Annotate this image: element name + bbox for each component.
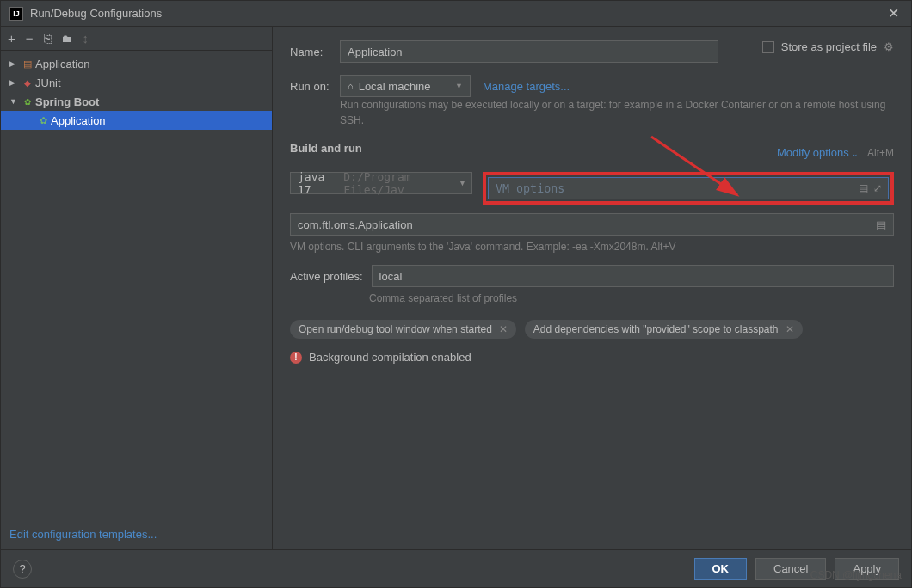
vm-options-input[interactable]: [488, 177, 889, 199]
chevron-down-icon: ⌄: [852, 150, 859, 158]
jdk-path: D:/Program Files/Jav: [343, 170, 465, 196]
store-as-project-file[interactable]: Store as project file ⚙: [762, 40, 894, 53]
add-icon[interactable]: +: [8, 31, 15, 46]
jdk-label: java 17: [298, 170, 340, 196]
home-icon: ⌂: [348, 81, 354, 91]
build-row-1: java 17 D:/Program Files/Jav ▼ ▤ ⤢: [290, 172, 894, 205]
tag-provided-scope[interactable]: Add dependencies with "provided" scope t…: [525, 320, 803, 339]
modify-shortcut: Alt+M: [867, 147, 894, 159]
history-icon[interactable]: ▤: [876, 218, 886, 231]
chevron-right-icon: ▶: [9, 78, 20, 87]
tag-open-tool-window[interactable]: Open run/debug tool window when started …: [290, 320, 516, 339]
footer-buttons: OK Cancel Apply: [694, 558, 900, 580]
warning-row: ! Background compilation enabled: [290, 351, 894, 364]
tree-label: Spring Boot: [35, 95, 99, 108]
spring-icon: ✿: [35, 115, 51, 126]
edit-templates-link[interactable]: Edit configuration templates...: [9, 528, 157, 541]
dialog-body: + − ⎘ 🖿 ↕ ▶ ▤ Application ▶ ◆ JUnit ▼: [1, 27, 911, 549]
profiles-label: Active profiles:: [290, 270, 363, 283]
tree-item-junit[interactable]: ▶ ◆ JUnit: [1, 73, 272, 92]
runon-hint: Run configurations may be executed local…: [340, 97, 894, 128]
store-label: Store as project file: [781, 40, 877, 53]
tree-item-application[interactable]: ▶ ▤ Application: [1, 54, 272, 73]
dialog-title: Run/Debug Configurations: [30, 7, 884, 20]
sidebar: + − ⎘ 🖿 ↕ ▶ ▤ Application ▶ ◆ JUnit ▼: [1, 27, 273, 549]
dialog-footer: ? OK Cancel Apply: [1, 549, 911, 587]
profiles-input[interactable]: [372, 265, 894, 287]
runon-select[interactable]: ⌂ Local machine ▼: [340, 75, 471, 97]
warning-text: Background compilation enabled: [309, 351, 471, 364]
dialog: IJ Run/Debug Configurations ✕ + − ⎘ 🖿 ↕ …: [0, 0, 912, 588]
runon-value: Local machine: [359, 80, 431, 93]
close-icon[interactable]: ✕: [884, 5, 903, 21]
chevron-down-icon: ▼: [459, 179, 466, 187]
chevron-down-icon: ▼: [455, 82, 463, 90]
tree-item-spring-boot[interactable]: ▼ ✿ Spring Boot: [1, 92, 272, 111]
expand-icon[interactable]: ⤢: [873, 182, 882, 194]
sidebar-footer: Edit configuration templates...: [1, 519, 272, 549]
tree-label: Application: [51, 114, 106, 127]
checkbox-icon[interactable]: [762, 41, 774, 53]
history-icon[interactable]: ▤: [859, 182, 868, 194]
vm-input-icons: ▤ ⤢: [859, 182, 882, 194]
warning-icon: !: [290, 352, 302, 364]
main-class-input[interactable]: com.ftl.oms.Application ▤: [290, 213, 894, 236]
name-label: Name:: [290, 46, 340, 58]
build-run-title: Build and run: [290, 142, 362, 155]
tree-label: JUnit: [35, 77, 61, 89]
name-input[interactable]: [340, 40, 718, 63]
main-panel: Store as project file ⚙ Name: Run on: ⌂ …: [273, 27, 911, 549]
vm-options-description: VM options. CLI arguments to the 'Java' …: [290, 241, 894, 253]
help-button[interactable]: ?: [13, 560, 32, 579]
sidebar-toolbar: + − ⎘ 🖿 ↕: [1, 27, 272, 51]
gear-icon[interactable]: ⚙: [884, 40, 894, 53]
sort-icon[interactable]: ↕: [83, 31, 89, 46]
jdk-select[interactable]: java 17 D:/Program Files/Jav ▼: [290, 172, 472, 194]
runon-label: Run on:: [290, 80, 340, 93]
ok-button[interactable]: OK: [694, 558, 748, 580]
close-icon[interactable]: ✕: [786, 323, 794, 335]
close-icon[interactable]: ✕: [499, 323, 508, 335]
titlebar: IJ Run/Debug Configurations ✕: [1, 1, 911, 27]
folder-icon[interactable]: 🖿: [62, 33, 72, 45]
runon-row: Run on: ⌂ Local machine ▼ Manage targets…: [290, 75, 894, 97]
modify-options-link[interactable]: Modify options ⌄: [777, 146, 862, 159]
apply-button[interactable]: Apply: [835, 558, 899, 580]
intellij-icon: IJ: [9, 7, 23, 21]
copy-icon[interactable]: ⎘: [44, 31, 52, 46]
profiles-row: Active profiles:: [290, 265, 894, 287]
tag-label: Add dependencies with "provided" scope t…: [533, 323, 779, 335]
modify-options-wrap: Modify options ⌄ Alt+M: [777, 146, 894, 159]
profiles-hint: Comma separated list of profiles: [290, 292, 894, 304]
tag-label: Open run/debug tool window when started: [299, 323, 492, 335]
main-class-value: com.ftl.oms.Application: [298, 218, 413, 231]
remove-icon[interactable]: −: [26, 31, 34, 46]
config-tree: ▶ ▤ Application ▶ ◆ JUnit ▼ ✿ Spring Boo…: [1, 51, 272, 519]
vm-options-highlight: ▤ ⤢: [483, 172, 894, 205]
chevron-right-icon: ▶: [9, 59, 20, 68]
build-run-header: Build and run Modify options ⌄ Alt+M: [290, 142, 894, 163]
tree-label: Application: [35, 58, 90, 70]
chevron-down-icon: ▼: [9, 97, 20, 106]
spring-icon: ✿: [20, 97, 35, 107]
manage-targets-link[interactable]: Manage targets...: [483, 80, 570, 93]
application-icon: ▤: [20, 58, 35, 70]
option-tags: Open run/debug tool window when started …: [290, 320, 894, 339]
tree-item-child-application[interactable]: ✿ Application: [1, 111, 272, 130]
junit-icon: ◆: [20, 78, 35, 88]
cancel-button[interactable]: Cancel: [755, 558, 826, 580]
